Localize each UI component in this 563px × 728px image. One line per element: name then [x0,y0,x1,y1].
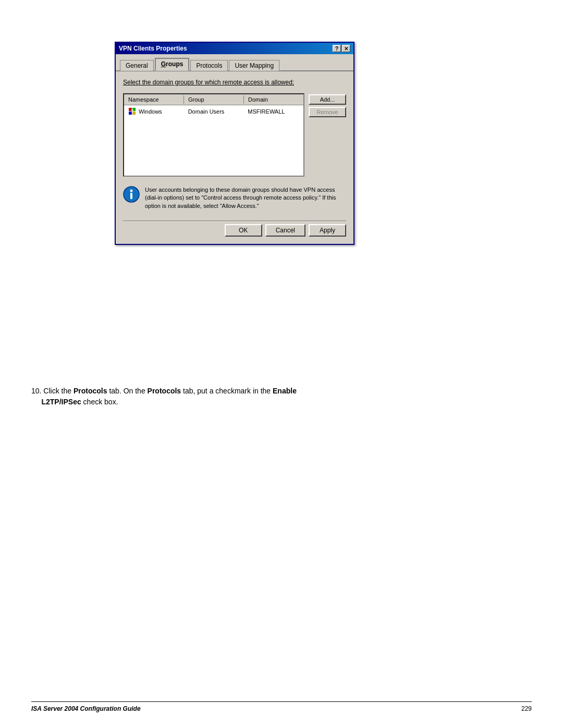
col-domain: Domain [244,95,303,104]
table-area: Namespace Group Domain [123,93,346,177]
tab-user-mapping-label: User Mapping [235,62,274,69]
instruction-text: Select the domain groups for which remot… [123,79,346,86]
svg-rect-0 [129,108,132,111]
tab-user-mapping[interactable]: User Mapping [229,60,279,71]
protocols-bold-1: Protocols [74,387,107,395]
col-namespace: Namespace [124,95,184,104]
info-text: User accounts belonging to these domain … [145,186,346,210]
ok-button[interactable]: OK [225,224,262,237]
footer: ISA Server 2004 Configuration Guide 229 [31,701,532,712]
namespace-value: Windows [139,108,162,115]
tab-general[interactable]: General [120,60,154,71]
windows-icon [128,107,137,116]
dialog-title: VPN Clients Properties [119,45,187,52]
tab-groups[interactable]: Groups [155,58,190,71]
footer-left: ISA Server 2004 Configuration Guide [31,705,141,712]
bottom-buttons: OK Cancel Apply [123,220,346,239]
dialog-body: Select the domain groups for which remot… [116,71,353,244]
tab-general-label: General [126,62,148,69]
tab-groups-label: Groups [161,60,183,68]
close-button[interactable]: ✕ [342,45,350,52]
table-header: Namespace Group Domain [124,94,303,105]
footer-right: 229 [521,705,532,712]
svg-point-4 [131,109,133,111]
svg-rect-7 [130,193,132,199]
cell-group: Domain Users [184,107,244,116]
vpn-clients-properties-dialog: VPN Clients Properties ? ✕ General Group… [115,42,354,245]
info-icon [123,186,140,203]
table-buttons: Add... Remove [309,93,346,177]
info-box: User accounts belonging to these domain … [123,184,346,212]
col-group: Group [184,95,244,104]
title-bar-buttons: ? ✕ [333,45,350,52]
step-intro: Click the [43,387,74,395]
step-number: 10. [31,387,41,395]
cell-domain: MSFIREWALL [243,107,303,116]
step-end: check box. [81,398,118,406]
step-mid: tab. On the [107,387,148,395]
remove-button[interactable]: Remove [309,107,346,117]
protocols-bold-2: Protocols [148,387,181,395]
help-button[interactable]: ? [333,45,341,52]
cell-namespace: Windows [124,106,184,117]
add-button[interactable]: Add... [309,94,346,105]
step-text: 10. Click the Protocols tab. On the Prot… [31,386,459,408]
table-row[interactable]: Windows Domain Users MSFIREWALL [124,105,303,118]
tab-protocols-label: Protocols [196,62,222,69]
svg-point-6 [130,190,133,192]
groups-table: Namespace Group Domain [123,93,304,177]
page: VPN Clients Properties ? ✕ General Group… [0,0,563,728]
dialog-wrapper: VPN Clients Properties ? ✕ General Group… [115,42,354,245]
step-mid2: tab, put a checkmark in the [181,387,273,395]
tab-protocols[interactable]: Protocols [190,60,228,71]
tab-bar: General Groups Protocols User Mapping [116,54,353,71]
title-bar: VPN Clients Properties ? ✕ [116,43,353,54]
cancel-button[interactable]: Cancel [265,224,305,237]
apply-button[interactable]: Apply [309,224,346,237]
